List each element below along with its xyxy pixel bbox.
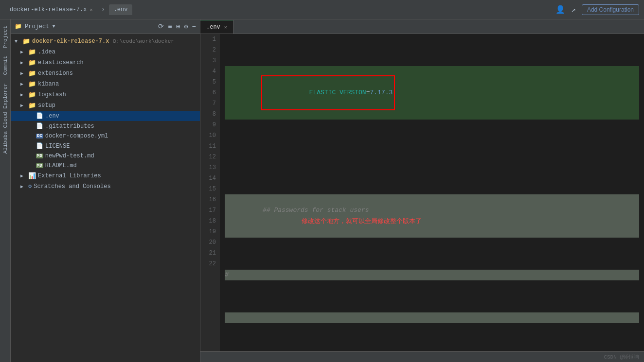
kibana-folder-icon: 📁 [28,80,36,88]
title-bar-right: 👤 ↗ Add Configuration [555,4,639,15]
env-label: .env [45,113,59,120]
git-label: .gitattributes [45,123,94,130]
tree-elasticsearch[interactable]: ▶ 📁 elasticsearch [11,57,200,68]
folder-icon: 📁 [15,23,22,30]
dc-badge: DC [36,134,43,138]
tree-license[interactable]: 📄 LICENSE [11,141,200,151]
git-file-icon: 📄 [36,122,43,130]
title-bar-left: docker-elk-release-7.x ✕ › .env [5,4,555,15]
extlib-icon: 📊 [28,172,36,180]
sidebar-header: 📁 Project ▼ ⟳ ≡ ⊞ ⚙ − [11,19,200,34]
md-badge-2: MD [36,163,43,168]
extlib-label: External Libraries [38,172,101,179]
main-area: Project Commit Alibaba Cloud Explorer 📁 … [0,19,644,362]
project-tab-label: docker-elk-release-7.x [10,6,87,13]
vtab-alibaba[interactable]: Alibaba Cloud Explorer [1,79,10,157]
tree-newpwd[interactable]: MD newPwd-test.md [11,151,200,161]
root-path: D:\code\work\docker [113,38,174,44]
vtab-project[interactable]: Project [1,22,10,52]
add-config-button[interactable]: Add Configuration [582,4,639,15]
project-title-tab[interactable]: docker-elk-release-7.x ✕ [5,4,97,15]
lic-file-icon: 📄 [36,142,43,150]
idea-label: .idea [38,49,55,55]
tree-scratches[interactable]: ▶ ⚙ Scratches and Consoles [11,181,200,191]
env-editor-tab[interactable]: .env ✕ [200,20,233,34]
npwd-label: newPwd-test.md [45,153,94,159]
sync-icon[interactable]: ⟳ [158,22,164,31]
logstash-arrow: ▶ [20,92,26,98]
tree-extensions[interactable]: ▶ 📁 extensions [11,68,200,79]
vertical-tabs: Project Commit Alibaba Cloud Explorer [0,19,11,362]
collapse-icon[interactable]: ≡ [168,23,172,31]
dc-label: docker-compose.yml [45,133,108,139]
env-tab-label: .env [114,6,128,13]
ext-label: extensions [38,70,73,77]
es-arrow: ▶ [20,60,26,66]
idea-folder-icon: 📁 [28,48,36,56]
es-label: elasticsearch [38,59,84,66]
line-numbers: 12345 678910 1112131415 1617181920 2122 [200,34,220,351]
title-bar: docker-elk-release-7.x ✕ › .env 👤 ↗ Add … [0,0,644,19]
idea-arrow: ▶ [20,49,26,55]
code-line-1: ELASTIC_VERSION=7.17.3 [225,66,639,120]
tree-ext-libs[interactable]: ▶ 📊 External Libraries [11,171,200,181]
expand-icon[interactable]: ⊞ [176,22,180,31]
lic-label: LICENSE [45,143,70,150]
tree-kibana[interactable]: ▶ 📁 kibana [11,79,200,89]
md-badge-1: MD [36,154,43,158]
vtab-commit[interactable]: Commit [1,52,10,79]
extlib-arrow: ▶ [20,173,26,179]
root-arrow: ▼ [15,39,20,44]
es-folder-icon: 📁 [28,59,36,67]
tree-root[interactable]: ▼ 📁 docker-elk-release-7.x D:\code\work\… [11,36,200,47]
kibana-arrow: ▶ [20,81,26,87]
env-tab-close[interactable]: ✕ [224,24,227,30]
readme-label: README.md [45,162,77,169]
code-editor[interactable]: 12345 678910 1112131415 1617181920 2122 … [200,34,644,351]
ext-arrow: ▶ [20,70,26,76]
logstash-folder-icon: 📁 [28,91,36,99]
close-sidebar-icon[interactable]: − [192,23,196,31]
user-icon[interactable]: 👤 [555,5,565,15]
code-line-2 [225,152,639,162]
tree-readme[interactable]: MD README.md [11,161,200,171]
tree-env[interactable]: 📄 .env [11,111,200,121]
sidebar-tree: ▼ 📁 docker-elk-release-7.x D:\code\work\… [11,34,200,362]
code-line-3: ## Passwords for stack users 修改这个地方，就可以全… [225,194,639,238]
tree-gitattributes[interactable]: 📄 .gitattributes [11,121,200,131]
settings-icon[interactable]: ⚙ [184,22,188,31]
tree-idea[interactable]: ▶ 📁 .idea [11,47,200,57]
bottom-bar: CSDN @锤锤响 [200,351,644,362]
editor-area: .env ✕ 12345 678910 1112131415 161718192… [200,19,644,362]
code-line-5 [225,312,639,323]
tree-logstash[interactable]: ▶ 📁 logstash [11,89,200,100]
tree-setup[interactable]: ▶ 📁 setup [11,100,200,111]
annotation-text: 修改这个地方，就可以全局修改整个版本了 [302,217,422,224]
scratch-label: Scratches and Consoles [34,183,110,190]
sidebar: 📁 Project ▼ ⟳ ≡ ⊞ ⚙ − ▼ 📁 docker-elk-rel… [11,19,200,362]
root-label: docker-elk-release-7.x [32,38,109,45]
sidebar-title-label: Project [25,23,49,30]
watermark: CSDN @锤锤响 [604,353,639,361]
project-tab-close[interactable]: ✕ [89,7,92,13]
dropdown-arrow[interactable]: ▼ [52,24,55,29]
setup-label: setup [38,102,55,109]
tree-docker-compose[interactable]: DC docker-compose.yml [11,131,200,141]
env-file-icon: 📄 [36,112,43,120]
setup-arrow: ▶ [20,103,26,108]
root-folder-icon: 📁 [22,37,30,45]
arrow-icon[interactable]: ↗ [571,5,576,15]
scratch-icon: ⚙ [28,183,32,190]
ext-folder-icon: 📁 [28,69,36,77]
sidebar-title: 📁 Project ▼ [15,23,55,30]
code-content: ELASTIC_VERSION=7.17.3 ## Passwords for … [220,34,644,351]
separator: › [101,6,105,13]
scratch-arrow: ▶ [20,184,26,190]
env-title-tab[interactable]: .env [109,4,133,15]
logstash-label: logstash [38,91,66,98]
sidebar-toolbar: ⟳ ≡ ⊞ ⚙ − [158,22,196,31]
code-line-4: # [225,270,639,280]
env-tab-filename: .env [206,24,220,31]
editor-tabs: .env ✕ [200,19,644,34]
setup-folder-icon: 📁 [28,102,36,109]
